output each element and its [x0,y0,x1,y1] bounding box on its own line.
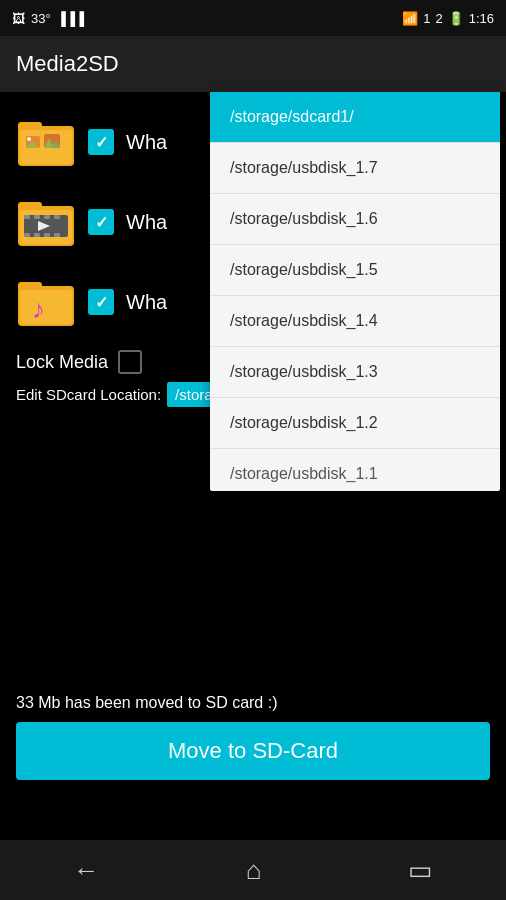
svg-text:♪: ♪ [32,294,45,324]
app-bar: Media2SD [0,36,506,92]
status-bar: 🖼 33° ▐▐▐ 📶 1 2 🔋 1:16 [0,0,506,36]
folder-icon-photos [16,112,76,172]
svg-rect-20 [54,233,60,237]
signal-bars: ▐▐▐ [57,11,85,26]
svg-rect-24 [20,290,72,324]
svg-rect-16 [54,215,60,219]
checkbox-item-2[interactable] [88,209,114,235]
svg-rect-14 [34,215,40,219]
storage-dropdown[interactable]: /storage/sdcard1/ /storage/usbdisk_1.7 /… [210,92,500,491]
dropdown-item-1[interactable]: /storage/usbdisk_1.7 [210,143,500,194]
svg-rect-19 [44,233,50,237]
dropdown-item-5[interactable]: /storage/usbdisk_1.3 [210,347,500,398]
back-button[interactable]: ← [53,847,119,894]
dropdown-item-2[interactable]: /storage/usbdisk_1.6 [210,194,500,245]
item-label-3: Wha [126,291,167,314]
lock-media-checkbox[interactable] [118,350,142,374]
sdcard-label: Edit SDcard Location: [16,386,161,403]
status-right: 📶 1 2 🔋 1:16 [402,11,494,26]
svg-rect-17 [24,233,30,237]
item-label-1: Wha [126,131,167,154]
dropdown-item-0[interactable]: /storage/sdcard1/ [210,92,500,143]
folder-icon-video [16,192,76,252]
checkbox-item-3[interactable] [88,289,114,315]
photo-icon: 🖼 [12,11,25,26]
item-label-2: Wha [126,211,167,234]
battery-icon: 🔋 [448,11,464,26]
network-1: 1 [423,11,430,26]
lock-media-label: Lock Media [16,352,108,373]
folder-icon-music: ♪ [16,272,76,332]
status-message: 33 Mb has been moved to SD card :) [0,682,506,722]
action-section: 33 Mb has been moved to SD card :) Move … [0,682,506,780]
dropdown-item-4[interactable]: /storage/usbdisk_1.4 [210,296,500,347]
home-button[interactable]: ⌂ [226,847,282,894]
clock: 1:16 [469,11,494,26]
network-2: 2 [435,11,442,26]
dropdown-item-6[interactable]: /storage/usbdisk_1.2 [210,398,500,449]
app-title: Media2SD [16,51,119,77]
svg-rect-15 [44,215,50,219]
svg-rect-18 [34,233,40,237]
wifi-icon: 📶 [402,11,418,26]
dropdown-item-3[interactable]: /storage/usbdisk_1.5 [210,245,500,296]
dropdown-item-7[interactable]: /storage/usbdisk_1.1 [210,449,500,491]
svg-point-5 [27,137,31,141]
nav-bar: ← ⌂ ▭ [0,840,506,900]
status-left: 🖼 33° ▐▐▐ [12,11,84,26]
svg-rect-13 [24,215,30,219]
recents-button[interactable]: ▭ [388,847,453,894]
temperature: 33° [31,11,51,26]
move-to-sd-button[interactable]: Move to SD-Card [16,722,490,780]
checkbox-item-1[interactable] [88,129,114,155]
